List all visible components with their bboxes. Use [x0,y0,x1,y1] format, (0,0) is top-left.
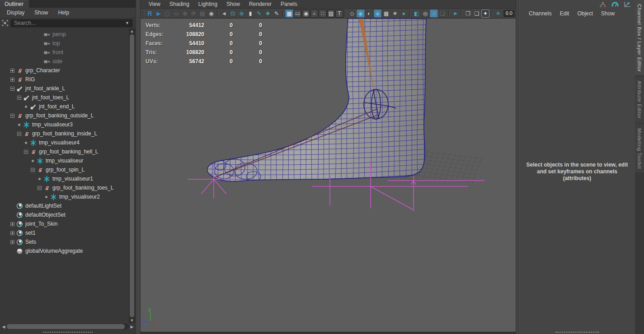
scroll-down-icon[interactable]: ▼ [130,318,134,323]
camera-lock-icon[interactable]: ⊡ [229,9,237,18]
outliner-item-jnt_foot_ankle_L[interactable]: jnt_foot_ankle_L [0,84,136,93]
graph-editor-icon[interactable] [623,1,631,8]
outliner-item-globalVolumeAggregate[interactable]: globalVolumeAggregate [0,246,136,255]
outliner-item-grp_foot_banking_inside_L[interactable]: grp_foot_banking_inside_L [0,129,136,138]
wireframe-mode-icon[interactable]: ◇ [348,9,356,18]
plugin-highlight-icon[interactable]: ✦ [481,9,489,18]
outliner-item-jnt_foot_end_L[interactable]: jnt_foot_end_L [0,102,136,111]
safe-title-icon[interactable]: T [335,9,343,18]
outliner-item-tmp_visualiseur[interactable]: tmp_visualiseur [0,156,136,165]
collapse-icon[interactable] [9,112,16,119]
collapse-icon[interactable] [29,166,36,173]
ipr-render-icon[interactable]: ⊕ [181,9,189,18]
viewport-menu-panels[interactable]: Panels [276,0,302,8]
collapse-icon[interactable] [15,94,23,101]
gate-mask-icon[interactable]: ● [310,9,318,18]
outliner-item-defaultLightSet[interactable]: defaultLightSet [0,201,136,210]
scroll-left-icon[interactable]: ◀ [1,325,6,329]
outliner-item-tmp_visualiseur3[interactable]: tmp_visualiseur3 [0,120,136,129]
outliner-item-tmp_visualiseur4[interactable]: tmp_visualiseur4 [0,138,136,147]
outliner-item-tmp_visualiseur1[interactable]: tmp_visualiseur1 [0,174,136,183]
dock-tab-attribute-editor[interactable]: Attribute Editor [635,77,644,122]
collapse-icon[interactable] [22,148,29,155]
channel-box-menu-show[interactable]: Show [597,9,619,18]
viewport-menu-shading[interactable]: Shading [165,0,194,8]
isolate-selected-icon[interactable]: ❑ [473,9,481,18]
expand-icon[interactable] [9,238,16,246]
image-plane-icon[interactable]: ✎ [255,9,263,18]
render-frame-icon[interactable]: ▭ [172,9,180,18]
safe-action-icon[interactable]: ▨ [327,9,335,18]
viewport-menu-view[interactable]: View [144,0,165,8]
outliner-menu-show[interactable]: Show [29,9,53,17]
outliner-item-grp_foot_spin_L[interactable]: grp_foot_spin_L [0,165,136,174]
panel-divider-left[interactable] [136,0,141,334]
render-settings-icon[interactable]: ▤ [198,9,207,18]
viewport-canvas[interactable]: Verts:5441200Edges:10882000Faces:5441000… [141,19,516,334]
expand-icon[interactable] [9,229,16,237]
channel-box-resize-grip[interactable] [555,332,599,333]
grease-pencil-icon[interactable]: ✎ [273,9,281,18]
dock-tab-channel-box-layer-editor[interactable]: Channel Box / Layer Editor [635,0,644,75]
outliner-item-grp_Character[interactable]: grp_Character [0,66,136,75]
snapshot-camera-icon[interactable]: ◉ [207,9,215,18]
outliner-item-grp_foot_banking_toes_L[interactable]: grp_foot_banking_toes_L [0,183,136,192]
aperture-icon[interactable]: ✳ [494,9,502,18]
outliner-item-Sets[interactable]: Sets [0,237,136,246]
hscroll-thumb[interactable] [7,324,125,329]
outliner-menu-display[interactable]: Display [2,9,29,17]
speed-gauge-icon[interactable] [611,1,619,8]
lights-icon[interactable]: ☀ [391,9,399,18]
outliner-menu-help[interactable]: Help [53,9,74,17]
field-chart-icon[interactable]: ∷ [319,9,326,18]
outliner-item-top[interactable]: top [0,39,136,48]
material-checker-icon[interactable]: ▩ [382,9,390,18]
outliner-item-front[interactable]: front [0,48,136,57]
film-camera-icon[interactable]: ◄ [220,9,228,18]
viewport-menu-show[interactable]: Show [222,0,244,8]
object-select-icon[interactable]: ➤ [451,9,459,18]
collapse-icon[interactable] [9,85,16,92]
vscroll-thumb[interactable] [130,34,134,317]
resolution-gate-icon[interactable]: ◉ [302,9,310,18]
isolate-select-icon[interactable]: ❐ [464,9,472,18]
xray-joints-icon[interactable]: ◎ [421,9,429,18]
outliner-item-defaultObjectSet[interactable]: defaultObjectSet [0,210,136,219]
exposure-swirl-icon[interactable]: ◕ [430,9,437,18]
collapse-icon[interactable] [36,184,43,191]
bookmark-icon[interactable]: ▮ [246,9,254,18]
wireframe-on-shaded-icon[interactable]: ◐ [365,9,373,18]
collapse-icon[interactable] [15,130,23,137]
shaded-mode-icon[interactable]: ◆ [357,9,364,18]
film-gate-icon[interactable]: ▭ [294,9,301,18]
outliner-resize-grip[interactable] [0,330,136,334]
outliner-item-grp_foot_banking_outside_L[interactable]: grp_foot_banking_outside_L [0,111,136,120]
outliner-item-side[interactable]: side [0,57,136,66]
pan-zoom-icon[interactable]: ❖ [264,9,272,18]
channel-box-menu-edit[interactable]: Edit [556,9,573,18]
outliner-item-grp_foot_banking_hell_L[interactable]: grp_foot_banking_hell_L [0,147,136,156]
render-play-icon[interactable]: ▶ [155,9,163,18]
outliner-item-persp[interactable]: persp [0,30,136,39]
expand-icon[interactable] [9,76,16,83]
exposure-field[interactable]: 0.0 [503,10,515,17]
textured-mode-icon[interactable]: ◈ [374,9,381,18]
backface-icon[interactable]: ❏ [438,9,447,18]
render-region-icon[interactable]: ▢ [163,9,171,18]
scroll-up-icon[interactable]: ▲ [130,28,134,34]
panel-divider-right[interactable] [516,0,519,334]
grid-display-icon[interactable]: ▦ [285,9,293,18]
outliner-item-set1[interactable]: set1 [0,228,136,237]
dock-tab-modeling-toolkit[interactable]: Modeling Toolkit [635,124,644,172]
outliner-item-joint_To_Skin[interactable]: joint_To_Skin [0,219,136,228]
outliner-item-jnt_foot_toes_L[interactable]: jnt_foot_toes_L [0,93,136,102]
shadows-icon[interactable]: ● [400,9,408,18]
render-view-icon[interactable]: R [146,9,154,18]
camera-settings-icon[interactable]: ⊛ [237,9,245,18]
xray-icon[interactable]: ◧ [413,9,421,18]
render-refresh-icon[interactable]: ⟳ [189,9,197,18]
outliner-item-RIG[interactable]: RIG [0,75,136,84]
hierarchy-connections-icon[interactable] [599,1,607,8]
viewport-menu-renderer[interactable]: Renderer [244,0,276,8]
scroll-right-icon[interactable]: ▶ [129,325,135,329]
